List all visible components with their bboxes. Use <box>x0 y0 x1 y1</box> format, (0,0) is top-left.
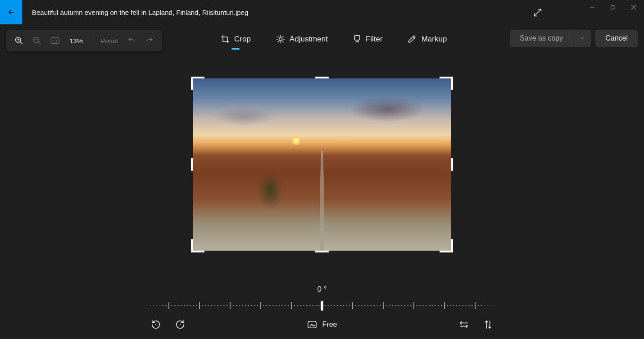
svg-point-80 <box>325 305 326 307</box>
fullscreen-button[interactable] <box>531 5 545 20</box>
svg-point-137 <box>180 324 181 325</box>
svg-point-125 <box>463 305 464 307</box>
tab-filter[interactable]: Filter <box>353 30 383 48</box>
window-minimize-button[interactable] <box>582 0 603 14</box>
svg-point-85 <box>340 305 341 307</box>
flip-horizontal-button[interactable] <box>457 317 471 332</box>
image-preview <box>193 78 451 251</box>
svg-point-67 <box>285 305 286 307</box>
svg-point-114 <box>429 305 430 307</box>
rotate-cw-button[interactable] <box>173 317 187 332</box>
svg-point-37 <box>193 305 194 307</box>
svg-point-73 <box>303 305 304 307</box>
svg-point-57 <box>254 305 255 307</box>
svg-point-90 <box>355 305 357 307</box>
crop-handle-top-right[interactable] <box>451 77 453 90</box>
svg-point-30 <box>172 305 173 307</box>
svg-point-61 <box>266 305 268 307</box>
svg-point-88 <box>349 305 350 307</box>
svg-point-105 <box>401 305 403 307</box>
svg-point-98 <box>380 305 381 307</box>
svg-line-18 <box>278 37 279 37</box>
svg-line-19 <box>282 41 283 42</box>
crop-handle-bottom-right[interactable] <box>451 239 453 252</box>
svg-point-91 <box>358 305 359 307</box>
svg-point-130 <box>478 305 479 307</box>
crop-handle-bottom[interactable] <box>315 251 329 252</box>
tab-crop-label: Crop <box>234 35 251 44</box>
back-button[interactable] <box>0 0 22 24</box>
crop-icon <box>221 35 230 44</box>
svg-point-34 <box>184 305 185 307</box>
svg-point-108 <box>410 305 412 307</box>
crop-handle-top-left[interactable] <box>191 77 193 90</box>
rotation-slider-thumb[interactable] <box>321 301 323 311</box>
flip-vertical-button[interactable] <box>481 317 495 332</box>
rotation-angle-label: 0 ° <box>317 285 327 294</box>
aspect-ratio-button[interactable]: Free <box>307 320 337 329</box>
crop-handle-bottom-left[interactable] <box>191 239 193 252</box>
svg-point-65 <box>279 305 280 307</box>
svg-point-45 <box>218 305 219 307</box>
svg-point-103 <box>395 305 396 307</box>
svg-point-132 <box>484 305 485 307</box>
save-options-chevron[interactable] <box>573 30 591 47</box>
crop-handle-left[interactable] <box>191 158 193 171</box>
zoom-actual-size-button[interactable]: 1:1 <box>47 32 63 49</box>
zoom-in-button[interactable] <box>11 32 27 49</box>
svg-point-123 <box>456 305 458 307</box>
crop-handle-top[interactable] <box>315 77 329 78</box>
svg-point-32 <box>177 305 179 307</box>
svg-point-102 <box>392 305 393 307</box>
svg-point-27 <box>162 305 163 307</box>
svg-point-133 <box>487 305 488 307</box>
tab-crop[interactable]: Crop <box>221 30 251 48</box>
crop-handle-right[interactable] <box>451 158 453 171</box>
svg-point-46 <box>220 305 222 307</box>
adjustment-icon <box>276 35 285 44</box>
tab-filter-label: Filter <box>366 35 383 44</box>
svg-point-48 <box>227 305 228 307</box>
crop-handle-top-left[interactable] <box>191 77 204 78</box>
svg-point-81 <box>327 305 329 307</box>
rotate-ccw-button[interactable] <box>149 317 163 332</box>
svg-point-77 <box>315 305 317 307</box>
zoom-percent-label: 13% <box>65 37 87 45</box>
svg-point-135 <box>493 305 494 307</box>
svg-line-21 <box>282 37 283 37</box>
svg-point-122 <box>453 305 454 307</box>
window-close-button[interactable] <box>623 0 644 14</box>
tab-adjustment[interactable]: Adjustment <box>276 30 328 48</box>
cancel-button[interactable]: Cancel <box>595 30 638 47</box>
svg-line-20 <box>278 41 279 42</box>
svg-point-136 <box>155 324 156 325</box>
svg-point-94 <box>367 305 369 307</box>
svg-point-25 <box>156 305 158 307</box>
crop-handle-bottom-left[interactable] <box>191 251 204 252</box>
window-maximize-button[interactable] <box>603 0 623 14</box>
svg-point-68 <box>288 305 289 307</box>
svg-point-126 <box>465 305 467 307</box>
svg-point-97 <box>376 305 378 307</box>
tab-adjustment-label: Adjustment <box>290 35 328 44</box>
tab-markup[interactable]: Markup <box>408 30 447 48</box>
svg-point-26 <box>159 305 160 307</box>
svg-point-128 <box>472 305 473 307</box>
svg-point-116 <box>435 305 436 307</box>
cancel-label: Cancel <box>605 34 628 42</box>
svg-line-5 <box>20 42 23 44</box>
rotation-slider[interactable] <box>149 301 495 310</box>
svg-point-50 <box>233 305 234 307</box>
zoom-out-button[interactable] <box>29 32 45 49</box>
svg-point-113 <box>426 305 427 307</box>
svg-point-51 <box>236 305 237 307</box>
crop-frame[interactable] <box>193 78 451 251</box>
redo-button[interactable] <box>141 32 158 49</box>
undo-button[interactable] <box>123 32 140 49</box>
svg-point-120 <box>447 305 449 307</box>
svg-rect-1 <box>611 6 614 9</box>
svg-point-86 <box>343 305 344 307</box>
save-as-copy-button[interactable]: Save as copy <box>510 30 591 47</box>
reset-button[interactable]: Reset <box>97 37 122 45</box>
edit-tabs: Crop Adjustment Filter Markup <box>221 24 447 54</box>
